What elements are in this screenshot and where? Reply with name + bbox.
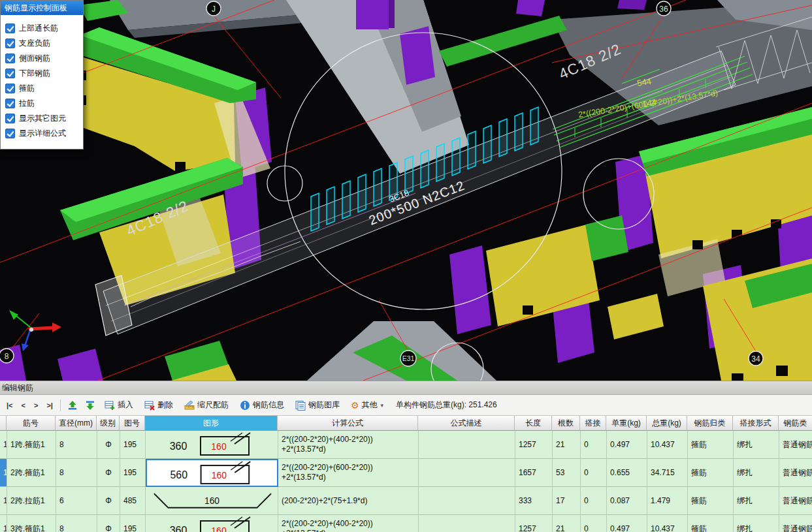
display-option-detailed-formula[interactable]: 显示详细公式 (5, 126, 80, 141)
display-option-stirrups[interactable]: 箍筋 (5, 81, 80, 96)
checkbox-icon[interactable] (5, 99, 15, 108)
cell-bar-name[interactable]: 2跨.拉筋1 (7, 487, 56, 515)
cell-category[interactable]: 箍筋 (688, 459, 734, 487)
cell-quantity[interactable]: 21 (553, 431, 581, 459)
cell-lap[interactable]: 0 (581, 487, 607, 515)
other-menu-button[interactable]: ⚙ 其他 ▾ (347, 398, 387, 412)
cell-formula-desc[interactable] (419, 515, 515, 532)
cell-lap-type[interactable]: 绑扎 (734, 459, 779, 487)
cell-total-weight[interactable]: 34.715 (647, 459, 688, 487)
header-unit-weight[interactable]: 单重(kg) (606, 416, 647, 431)
cell-figure-no[interactable]: 485 (120, 487, 146, 515)
cell-steel-type[interactable]: 普通钢筋 (779, 487, 812, 515)
cell-shape-diagram[interactable]: 360 160 (146, 431, 278, 459)
rebar-panel-title[interactable]: 钢筋显示控制面板 (1, 1, 83, 15)
cell-lap[interactable]: 0 (581, 459, 607, 487)
cell-formula[interactable]: 2*((200-2*20)+(400-2*20)) +2*(13.57*d) (278, 431, 419, 459)
cell-category[interactable]: 箍筋 (688, 515, 734, 532)
header-formula-desc[interactable]: 公式描述 (418, 416, 515, 431)
cell-formula-desc[interactable] (419, 431, 515, 459)
checkbox-icon[interactable] (5, 54, 15, 63)
cell-unit-weight[interactable]: 0.655 (607, 459, 647, 487)
table-row[interactable]: 10 1跨.箍筋1 8 Φ 195 360 160 2*((200-2*20)+… (0, 431, 812, 459)
nav-first-button[interactable]: |< (4, 401, 16, 410)
cell-formula-desc[interactable] (419, 459, 515, 487)
header-grade[interactable]: 级别 (97, 416, 120, 431)
display-option-top-bars[interactable]: 上部通长筋 (5, 21, 80, 36)
checkbox-icon[interactable] (5, 69, 15, 78)
display-option-support-bars[interactable]: 支座负筋 (5, 36, 80, 51)
cell-length[interactable]: 1257 (515, 431, 553, 459)
cell-shape-diagram-selected[interactable]: 560 160 (146, 459, 278, 487)
row-number[interactable]: 13 (0, 515, 7, 532)
cell-length[interactable]: 1657 (515, 459, 553, 487)
cell-formula-desc[interactable] (419, 487, 515, 515)
cell-lap-type[interactable]: 绑扎 (734, 431, 779, 459)
cell-unit-weight[interactable]: 0.087 (607, 487, 647, 515)
cell-lap-type[interactable]: 绑扎 (734, 487, 779, 515)
cell-lap-type[interactable]: 绑扎 (734, 515, 779, 532)
header-formula[interactable]: 计算公式 (278, 416, 418, 431)
header-shape[interactable]: 图形 (145, 416, 278, 431)
insert-button[interactable]: 插入 (101, 398, 137, 412)
cell-category[interactable]: 箍筋 (688, 487, 734, 515)
checkbox-icon[interactable] (5, 39, 15, 48)
cell-length[interactable]: 333 (515, 487, 553, 515)
cell-shape-diagram[interactable]: 360 160 (146, 515, 278, 532)
header-total-weight[interactable]: 总重(kg) (647, 416, 687, 431)
cell-grade[interactable]: Φ (97, 487, 120, 515)
rebar-library-button[interactable]: 钢筋图库 (291, 398, 344, 412)
cell-steel-type[interactable]: 普通钢筋 (779, 459, 812, 487)
display-option-other-elements[interactable]: 显示其它图元 (5, 111, 80, 126)
table-row[interactable]: 12 2跨.拉筋1 6 Φ 485 160 (200-2*20)+2*(75+1… (0, 487, 812, 515)
cell-formula[interactable]: (200-2*20)+2*(75+1.9*d) (278, 487, 419, 515)
cell-total-weight[interactable]: 10.437 (647, 515, 688, 532)
rebar-info-button[interactable]: 钢筋信息 (236, 398, 288, 412)
cell-quantity[interactable]: 53 (553, 459, 581, 487)
cell-diameter[interactable]: 8 (56, 431, 97, 459)
cell-figure-no[interactable]: 195 (120, 431, 146, 459)
cell-diameter[interactable]: 8 (56, 459, 97, 487)
display-option-ties[interactable]: 拉筋 (5, 96, 80, 111)
delete-button[interactable]: 删除 (140, 398, 177, 412)
cell-grade[interactable]: Φ (97, 515, 120, 532)
header-diameter[interactable]: 直径(mm) (56, 416, 97, 431)
cell-total-weight[interactable]: 1.479 (647, 487, 688, 515)
header-lap-type[interactable]: 搭接形式 (733, 416, 779, 431)
cell-grade[interactable]: Φ (97, 459, 120, 487)
row-number[interactable]: 12 (0, 487, 7, 515)
cell-figure-no[interactable]: 195 (120, 459, 146, 487)
row-number[interactable]: 11 (0, 459, 7, 487)
header-bar-name[interactable]: 筋号 (7, 416, 56, 431)
table-row[interactable]: 13 3跨.箍筋1 8 Φ 195 360 160 2*((200-2*20)+… (0, 515, 812, 532)
header-steel-type[interactable]: 钢筋类 (779, 416, 812, 431)
checkbox-icon[interactable] (5, 114, 15, 123)
move-row-up-button[interactable] (65, 398, 80, 413)
header-category[interactable]: 钢筋归类 (687, 416, 733, 431)
cell-bar-name[interactable]: 2跨.箍筋1 (7, 459, 56, 487)
display-option-side-bars[interactable]: 侧面钢筋 (5, 51, 80, 66)
cell-formula[interactable]: 2*((200-2*20)+(400-2*20)) +2*(13.57*d) (278, 515, 419, 532)
cell-steel-type[interactable]: 普通钢筋 (779, 431, 812, 459)
header-figure-no[interactable]: 图号 (120, 416, 145, 431)
cell-lap[interactable]: 0 (581, 515, 607, 532)
cell-figure-no[interactable]: 195 (120, 515, 146, 532)
cell-grade[interactable]: Φ (97, 431, 120, 459)
header-quantity[interactable]: 根数 (552, 416, 580, 431)
nav-prev-button[interactable]: < (19, 401, 28, 410)
checkbox-icon[interactable] (5, 84, 15, 93)
cell-category[interactable]: 箍筋 (688, 431, 734, 459)
row-number[interactable]: 10 (0, 431, 7, 459)
scale-rebar-button[interactable]: 缩尺配筋 (180, 398, 233, 412)
3d-viewport[interactable]: 4C18 2/2 4C18 2/2 2*((200-2*20)+(600-2*2… (0, 0, 812, 381)
cell-unit-weight[interactable]: 0.497 (607, 431, 647, 459)
checkbox-icon[interactable] (5, 129, 15, 138)
nav-last-button[interactable]: >| (44, 401, 56, 410)
cell-quantity[interactable]: 17 (553, 487, 581, 515)
cell-bar-name[interactable]: 3跨.箍筋1 (7, 515, 56, 532)
nav-next-button[interactable]: > (31, 401, 41, 410)
cell-bar-name[interactable]: 1跨.箍筋1 (7, 431, 56, 459)
cell-diameter[interactable]: 6 (56, 487, 97, 515)
cell-total-weight[interactable]: 10.437 (647, 431, 688, 459)
move-row-down-button[interactable] (83, 398, 97, 413)
